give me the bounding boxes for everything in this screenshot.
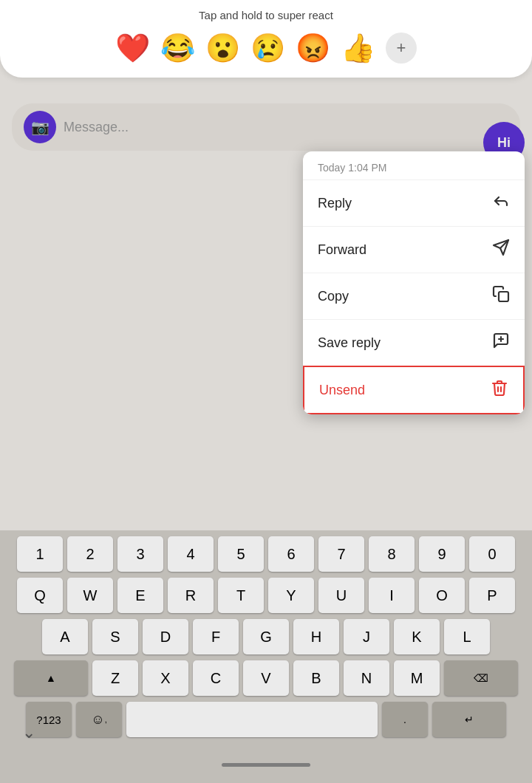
- trash-icon: [491, 379, 508, 401]
- emoji-wow[interactable]: 😮: [205, 32, 240, 64]
- copy-icon: [492, 285, 510, 307]
- reply-label: Reply: [318, 196, 352, 211]
- menu-item-reply[interactable]: Reply: [303, 179, 525, 226]
- emoji-more-button[interactable]: +: [386, 33, 417, 64]
- reply-icon: [492, 192, 510, 214]
- forward-icon: [492, 239, 510, 261]
- unsend-label: Unsend: [319, 383, 365, 398]
- forward-label: Forward: [318, 242, 366, 258]
- emoji-thumbsup[interactable]: 👍: [341, 32, 375, 64]
- emoji-angry[interactable]: 😡: [296, 32, 330, 64]
- emoji-row: ❤️ 😂 😮 😢 😡 👍 +: [115, 32, 417, 64]
- menu-timestamp: Today 1:04 PM: [303, 151, 525, 179]
- menu-item-copy[interactable]: Copy: [303, 273, 525, 319]
- svg-rect-2: [499, 292, 508, 301]
- emoji-laugh[interactable]: 😂: [160, 32, 195, 64]
- menu-item-unsend[interactable]: Unsend: [303, 366, 525, 414]
- emoji-heart[interactable]: ❤️: [115, 32, 150, 64]
- emoji-cry[interactable]: 😢: [250, 32, 285, 64]
- menu-item-forward[interactable]: Forward: [303, 226, 525, 273]
- emoji-reaction-bar: Tap and hold to super react ❤️ 😂 😮 😢 😡 👍…: [0, 0, 532, 78]
- copy-label: Copy: [318, 289, 349, 304]
- context-menu: Today 1:04 PM Reply Forward Copy: [303, 151, 525, 414]
- save-reply-icon: [492, 332, 510, 354]
- save-reply-label: Save reply: [318, 335, 381, 351]
- tap-hint-label: Tap and hold to super react: [199, 9, 333, 21]
- menu-item-save-reply[interactable]: Save reply: [303, 319, 525, 366]
